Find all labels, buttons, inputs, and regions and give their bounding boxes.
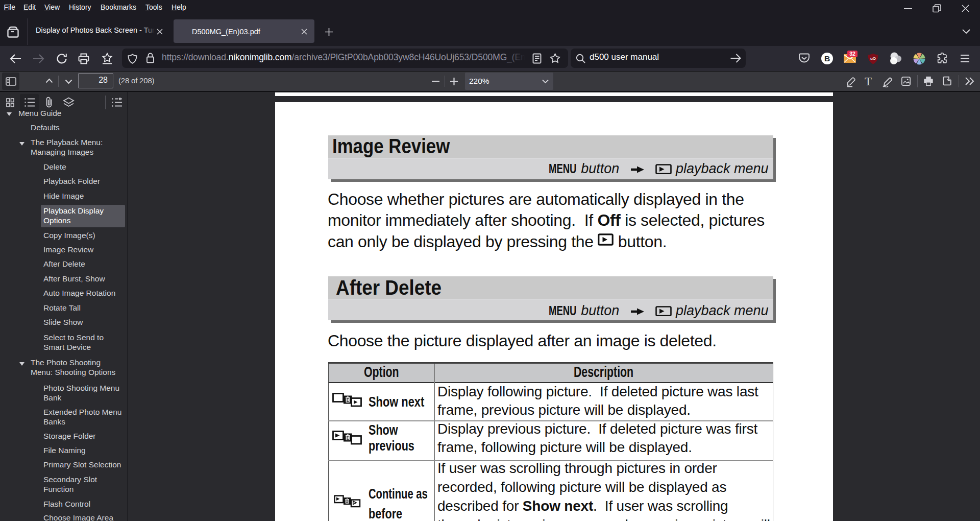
svg-text:B: B xyxy=(824,54,830,63)
svg-text:uO: uO xyxy=(870,56,876,61)
